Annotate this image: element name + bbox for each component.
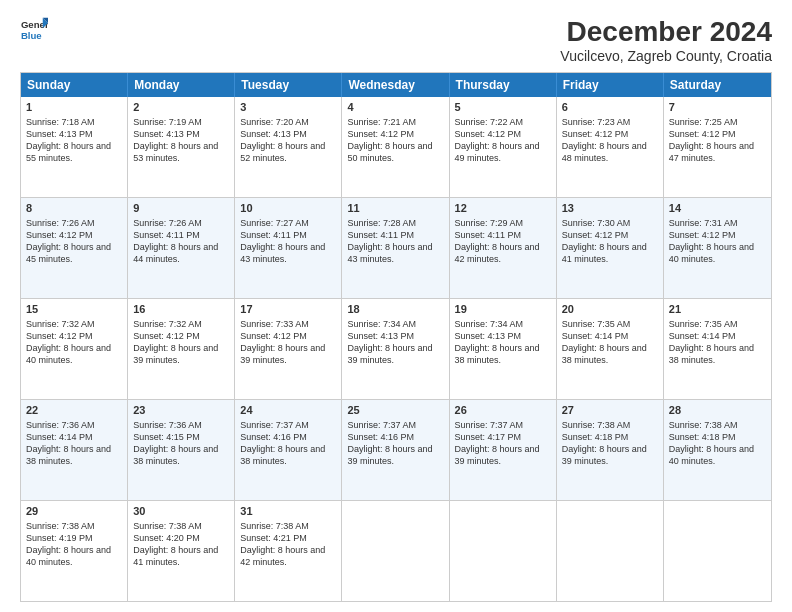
calendar-cell-5: 5Sunrise: 7:22 AMSunset: 4:12 PMDaylight… — [450, 97, 557, 197]
calendar-cell-empty — [664, 501, 771, 601]
calendar-cell-10: 10Sunrise: 7:27 AMSunset: 4:11 PMDayligh… — [235, 198, 342, 298]
calendar-cell-1: 1Sunrise: 7:18 AMSunset: 4:13 PMDaylight… — [21, 97, 128, 197]
day-number: 2 — [133, 100, 229, 115]
calendar-row-4: 22Sunrise: 7:36 AMSunset: 4:14 PMDayligh… — [21, 399, 771, 500]
calendar-cell-21: 21Sunrise: 7:35 AMSunset: 4:14 PMDayligh… — [664, 299, 771, 399]
day-number: 8 — [26, 201, 122, 216]
day-number: 3 — [240, 100, 336, 115]
header-tuesday: Tuesday — [235, 73, 342, 97]
calendar-cell-27: 27Sunrise: 7:38 AMSunset: 4:18 PMDayligh… — [557, 400, 664, 500]
day-number: 4 — [347, 100, 443, 115]
day-number: 17 — [240, 302, 336, 317]
day-number: 14 — [669, 201, 766, 216]
day-number: 20 — [562, 302, 658, 317]
calendar-cell-18: 18Sunrise: 7:34 AMSunset: 4:13 PMDayligh… — [342, 299, 449, 399]
calendar-cell-empty — [342, 501, 449, 601]
day-number: 24 — [240, 403, 336, 418]
day-number: 5 — [455, 100, 551, 115]
header-friday: Friday — [557, 73, 664, 97]
logo: General Blue — [20, 16, 48, 44]
calendar-cell-26: 26Sunrise: 7:37 AMSunset: 4:17 PMDayligh… — [450, 400, 557, 500]
day-number: 19 — [455, 302, 551, 317]
page: General Blue December 2024 Vucilcevo, Za… — [0, 0, 792, 612]
day-number: 18 — [347, 302, 443, 317]
calendar-cell-28: 28Sunrise: 7:38 AMSunset: 4:18 PMDayligh… — [664, 400, 771, 500]
calendar-row-2: 8Sunrise: 7:26 AMSunset: 4:12 PMDaylight… — [21, 197, 771, 298]
calendar-row-3: 15Sunrise: 7:32 AMSunset: 4:12 PMDayligh… — [21, 298, 771, 399]
calendar-cell-2: 2Sunrise: 7:19 AMSunset: 4:13 PMDaylight… — [128, 97, 235, 197]
main-title: December 2024 — [560, 16, 772, 48]
calendar-body: 1Sunrise: 7:18 AMSunset: 4:13 PMDaylight… — [21, 97, 771, 601]
header-sunday: Sunday — [21, 73, 128, 97]
calendar-cell-11: 11Sunrise: 7:28 AMSunset: 4:11 PMDayligh… — [342, 198, 449, 298]
day-number: 28 — [669, 403, 766, 418]
calendar-cell-7: 7Sunrise: 7:25 AMSunset: 4:12 PMDaylight… — [664, 97, 771, 197]
calendar-cell-8: 8Sunrise: 7:26 AMSunset: 4:12 PMDaylight… — [21, 198, 128, 298]
header-saturday: Saturday — [664, 73, 771, 97]
calendar-cell-30: 30Sunrise: 7:38 AMSunset: 4:20 PMDayligh… — [128, 501, 235, 601]
calendar-cell-29: 29Sunrise: 7:38 AMSunset: 4:19 PMDayligh… — [21, 501, 128, 601]
calendar-cell-3: 3Sunrise: 7:20 AMSunset: 4:13 PMDaylight… — [235, 97, 342, 197]
logo-icon: General Blue — [20, 16, 48, 44]
day-number: 6 — [562, 100, 658, 115]
calendar-cell-14: 14Sunrise: 7:31 AMSunset: 4:12 PMDayligh… — [664, 198, 771, 298]
calendar-cell-19: 19Sunrise: 7:34 AMSunset: 4:13 PMDayligh… — [450, 299, 557, 399]
day-number: 29 — [26, 504, 122, 519]
header-wednesday: Wednesday — [342, 73, 449, 97]
calendar-cell-22: 22Sunrise: 7:36 AMSunset: 4:14 PMDayligh… — [21, 400, 128, 500]
day-number: 25 — [347, 403, 443, 418]
svg-text:Blue: Blue — [21, 30, 42, 41]
day-number: 22 — [26, 403, 122, 418]
calendar-cell-15: 15Sunrise: 7:32 AMSunset: 4:12 PMDayligh… — [21, 299, 128, 399]
calendar-cell-23: 23Sunrise: 7:36 AMSunset: 4:15 PMDayligh… — [128, 400, 235, 500]
header-monday: Monday — [128, 73, 235, 97]
header-thursday: Thursday — [450, 73, 557, 97]
calendar-cell-16: 16Sunrise: 7:32 AMSunset: 4:12 PMDayligh… — [128, 299, 235, 399]
calendar-cell-empty — [450, 501, 557, 601]
calendar-cell-4: 4Sunrise: 7:21 AMSunset: 4:12 PMDaylight… — [342, 97, 449, 197]
sub-title: Vucilcevo, Zagreb County, Croatia — [560, 48, 772, 64]
calendar-cell-24: 24Sunrise: 7:37 AMSunset: 4:16 PMDayligh… — [235, 400, 342, 500]
day-number: 30 — [133, 504, 229, 519]
header: General Blue December 2024 Vucilcevo, Za… — [20, 16, 772, 64]
day-number: 13 — [562, 201, 658, 216]
day-number: 21 — [669, 302, 766, 317]
calendar-cell-6: 6Sunrise: 7:23 AMSunset: 4:12 PMDaylight… — [557, 97, 664, 197]
title-block: December 2024 Vucilcevo, Zagreb County, … — [560, 16, 772, 64]
calendar-cell-31: 31Sunrise: 7:38 AMSunset: 4:21 PMDayligh… — [235, 501, 342, 601]
day-number: 16 — [133, 302, 229, 317]
day-number: 10 — [240, 201, 336, 216]
calendar-header: Sunday Monday Tuesday Wednesday Thursday… — [21, 73, 771, 97]
calendar-cell-13: 13Sunrise: 7:30 AMSunset: 4:12 PMDayligh… — [557, 198, 664, 298]
calendar-cell-25: 25Sunrise: 7:37 AMSunset: 4:16 PMDayligh… — [342, 400, 449, 500]
day-number: 7 — [669, 100, 766, 115]
day-number: 23 — [133, 403, 229, 418]
calendar-cell-20: 20Sunrise: 7:35 AMSunset: 4:14 PMDayligh… — [557, 299, 664, 399]
day-number: 15 — [26, 302, 122, 317]
calendar-cell-empty — [557, 501, 664, 601]
calendar-row-5: 29Sunrise: 7:38 AMSunset: 4:19 PMDayligh… — [21, 500, 771, 601]
day-number: 31 — [240, 504, 336, 519]
day-number: 12 — [455, 201, 551, 216]
calendar-cell-12: 12Sunrise: 7:29 AMSunset: 4:11 PMDayligh… — [450, 198, 557, 298]
calendar-row-1: 1Sunrise: 7:18 AMSunset: 4:13 PMDaylight… — [21, 97, 771, 197]
day-number: 27 — [562, 403, 658, 418]
calendar-cell-17: 17Sunrise: 7:33 AMSunset: 4:12 PMDayligh… — [235, 299, 342, 399]
day-number: 9 — [133, 201, 229, 216]
calendar: Sunday Monday Tuesday Wednesday Thursday… — [20, 72, 772, 602]
calendar-cell-9: 9Sunrise: 7:26 AMSunset: 4:11 PMDaylight… — [128, 198, 235, 298]
day-number: 1 — [26, 100, 122, 115]
day-number: 26 — [455, 403, 551, 418]
day-number: 11 — [347, 201, 443, 216]
